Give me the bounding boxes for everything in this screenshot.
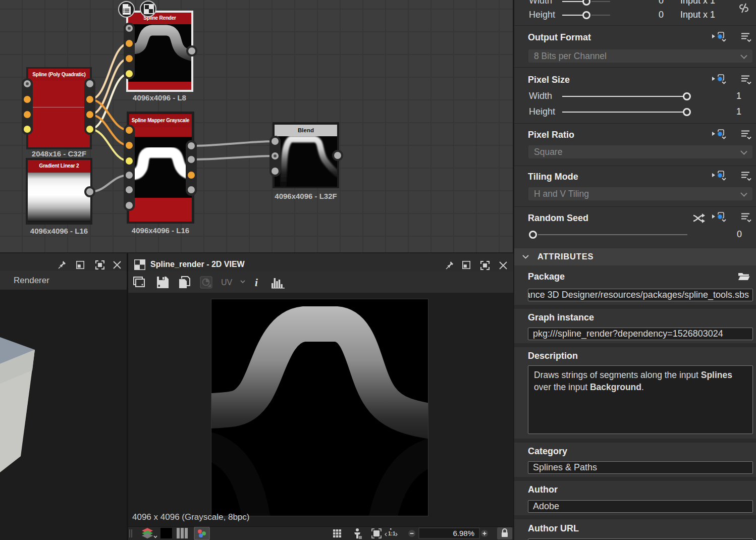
svg-text:i: i <box>255 277 258 289</box>
svg-text:6.98%: 6.98% <box>453 529 474 537</box>
svg-text:1:1: 1:1 <box>388 531 396 536</box>
svg-text:UV: UV <box>221 278 233 287</box>
